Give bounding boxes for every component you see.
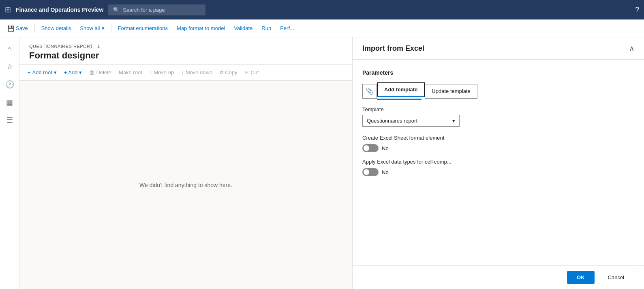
apply-data-types-value: No [382, 169, 389, 175]
nav-favorites[interactable]: ☆ [2, 58, 18, 75]
apply-data-types-toggle[interactable] [362, 168, 379, 176]
side-navigation: ⌂ ☆ 🕐 ▦ ☰ [0, 37, 19, 289]
parameters-label: Parameters [362, 69, 634, 76]
add-root-button[interactable]: + Add root ▾ [24, 67, 60, 78]
main-area: ⌂ ☆ 🕐 ▦ ☰ QUESTIONNAIRES REPORT : 1 Form… [0, 37, 644, 289]
chevron-down-icon: ▾ [452, 118, 455, 124]
delete-icon: 🗑 [89, 69, 94, 75]
search-container: 🔍 [108, 4, 205, 15]
update-template-button[interactable]: Update template [425, 84, 477, 99]
right-panel: Import from Excel ∧ Parameters 📎 Add tem… [352, 37, 644, 289]
apply-data-types-toggle-item: Apply Excel data types for cell comp... … [362, 159, 634, 176]
empty-message: We didn't find anything to show here. [139, 182, 232, 188]
chevron-down-icon: ▾ [54, 69, 57, 75]
panel-body: Parameters 📎 Add template Update templat… [353, 60, 644, 265]
move-up-button[interactable]: ↑ Move up [146, 67, 177, 78]
separator2 [111, 24, 111, 33]
add-template-underline [377, 99, 421, 100]
apply-data-types-label: Apply Excel data types for cell comp... [362, 159, 634, 165]
chevron-down-icon: ▾ [79, 69, 82, 75]
create-sheet-label: Create Excel Sheet format element [362, 135, 634, 141]
save-icon: 💾 [7, 25, 14, 32]
page-title: Format designer [29, 50, 342, 61]
create-sheet-toggle-item: Create Excel Sheet format element No [362, 135, 634, 152]
ok-button[interactable]: OK [567, 271, 595, 284]
arrow-down-icon: ↓ [181, 69, 184, 75]
nav-recent[interactable]: 🕐 [2, 76, 18, 93]
show-details-button[interactable]: Show details [37, 23, 75, 34]
panel-collapse-button[interactable]: ∧ [629, 44, 634, 53]
save-button[interactable]: 💾 Save [3, 23, 32, 34]
copy-icon: ⧉ [220, 69, 223, 76]
create-sheet-toggle-control: No [362, 144, 634, 152]
chevron-down-icon: ▾ [102, 25, 105, 31]
top-navigation-bar: ⊞ Finance and Operations Preview 🔍 ? [0, 0, 644, 19]
template-field-label: Template [362, 106, 634, 112]
show-all-button[interactable]: Show all ▾ [76, 23, 108, 34]
panel-header: Import from Excel ∧ [353, 37, 644, 60]
create-sheet-value: No [382, 145, 389, 151]
format-enumerations-button[interactable]: Format enumerations [114, 23, 172, 34]
apply-data-types-toggle-control: No [362, 168, 634, 176]
perf-button[interactable]: Perf... [276, 23, 298, 34]
content-toolbar: + Add root ▾ + Add ▾ 🗑 Delete Make root … [19, 65, 352, 81]
run-button[interactable]: Run [257, 23, 275, 34]
main-toolbar: 💾 Save Show details Show all ▾ Format en… [0, 19, 644, 37]
template-dropdown-value: Questionnaires report [367, 118, 417, 124]
delete-button[interactable]: 🗑 Delete [86, 67, 115, 78]
make-root-button[interactable]: Make root [116, 67, 145, 78]
copy-button[interactable]: ⧉ Copy [216, 67, 240, 78]
template-buttons-group: 📎 Add template Update template [362, 82, 634, 100]
create-sheet-toggle[interactable] [362, 144, 379, 152]
panel-title: Import from Excel [362, 44, 424, 53]
nav-home[interactable]: ⌂ [2, 41, 18, 57]
separator [34, 24, 35, 33]
template-dropdown[interactable]: Questionnaires report ▾ [362, 115, 460, 127]
content-body: We didn't find anything to show here. [19, 81, 352, 289]
panel-footer: OK Cancel [353, 265, 644, 289]
validate-button[interactable]: Validate [230, 23, 257, 34]
grid-icon[interactable]: ⊞ [5, 5, 11, 14]
move-down-button[interactable]: ↓ Move down [178, 67, 216, 78]
nav-workspaces[interactable]: ▦ [2, 94, 18, 110]
help-icon[interactable]: ? [635, 6, 639, 14]
nav-modules[interactable]: ☰ [2, 112, 18, 128]
search-icon: 🔍 [113, 7, 120, 13]
map-format-button[interactable]: Map format to model [173, 23, 229, 34]
cut-icon: ✂ [244, 69, 249, 75]
breadcrumb: QUESTIONNAIRES REPORT : 1 [29, 44, 342, 49]
attach-button[interactable]: 📎 [362, 84, 377, 99]
arrow-up-icon: ↑ [150, 69, 152, 75]
cut-button[interactable]: ✂ Cut [241, 67, 262, 78]
content-header: QUESTIONNAIRES REPORT : 1 Format designe… [19, 37, 352, 65]
paperclip-icon: 📎 [366, 87, 374, 95]
add-template-button[interactable]: Add template [377, 82, 425, 97]
add-button[interactable]: + Add ▾ [61, 67, 86, 78]
cancel-button[interactable]: Cancel [598, 271, 634, 284]
content-area: QUESTIONNAIRES REPORT : 1 Format designe… [19, 37, 352, 289]
app-title: Finance and Operations Preview [16, 6, 103, 13]
search-input[interactable] [123, 7, 196, 13]
